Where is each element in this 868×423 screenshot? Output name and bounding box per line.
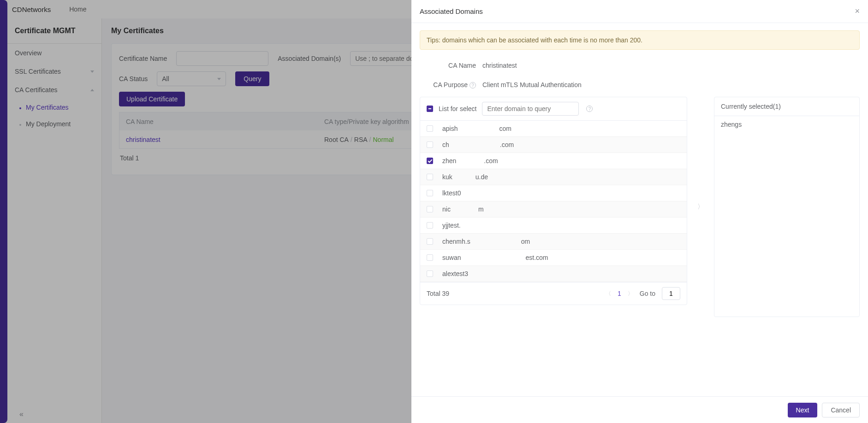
help-icon[interactable]: ? — [470, 82, 476, 88]
domain-row[interactable]: kuku.de — [420, 169, 687, 185]
drawer-header: Associated Domains × — [411, 0, 868, 23]
redacted-text — [461, 223, 488, 229]
domain-checkbox[interactable] — [427, 190, 433, 196]
domain-text: lktest0 — [442, 189, 484, 197]
domain-row[interactable]: alextest3 — [420, 266, 687, 282]
redacted-text — [461, 191, 484, 196]
list-for-select-label: List for select — [439, 105, 476, 112]
domain-text: zhen.com — [442, 157, 498, 164]
domain-checkbox[interactable] — [427, 238, 433, 245]
select-all-checkbox[interactable] — [427, 106, 433, 112]
next-button[interactable]: Next — [788, 403, 818, 417]
redacted-text — [452, 175, 476, 180]
drawer-body: Tips: domains which can be associated wi… — [411, 23, 868, 396]
ca-name-label: CA Name — [420, 62, 476, 69]
domain-text: chenmh.som — [442, 238, 530, 245]
domain-row[interactable]: apishcom — [420, 121, 687, 137]
domain-text: nicm — [442, 206, 484, 213]
drawer-title: Associated Domains — [420, 7, 483, 15]
domain-text: suwanest.com — [442, 254, 548, 261]
domain-text: yjjtest. — [442, 222, 488, 229]
tip-banner: Tips: domains which can be associated wi… — [420, 30, 860, 50]
ca-purpose-value: Client mTLS Mutual Authentication — [482, 81, 582, 88]
cancel-button[interactable]: Cancel — [822, 403, 860, 417]
domain-checkbox[interactable] — [427, 270, 433, 277]
associated-domains-drawer: Associated Domains × Tips: domains which… — [411, 0, 868, 423]
next-page-icon[interactable]: 〉 — [628, 290, 633, 298]
list-total: Total 39 — [427, 290, 449, 297]
help-icon[interactable]: ? — [586, 106, 593, 112]
selected-title: Currently selected(1) — [714, 97, 859, 116]
domain-checkbox[interactable] — [427, 254, 433, 261]
transfer-right-icon[interactable]: 〉 — [696, 201, 706, 213]
redacted-text — [470, 239, 521, 245]
redacted-text — [461, 255, 525, 261]
domain-checkbox[interactable] — [427, 158, 433, 164]
domain-checkbox[interactable] — [427, 174, 433, 180]
domain-search-input[interactable] — [482, 102, 579, 116]
transfer-panel: List for select ? apishcomch.comzhen.com… — [420, 97, 860, 317]
pagination: 〈 1 〉 Go to — [606, 287, 680, 300]
domain-checkbox[interactable] — [427, 125, 433, 132]
selected-item[interactable]: zhengs — [714, 116, 859, 133]
drawer-footer: Next Cancel — [411, 396, 868, 423]
redacted-text — [449, 142, 500, 148]
redacted-text — [742, 122, 769, 127]
goto-page-input[interactable] — [662, 287, 680, 300]
domain-row[interactable]: suwanest.com — [420, 250, 687, 266]
domain-row[interactable]: ch.com — [420, 137, 687, 153]
domain-row[interactable]: nicm — [420, 201, 687, 217]
selected-panel: Currently selected(1) zhengs — [714, 97, 860, 317]
redacted-text — [468, 271, 514, 277]
domain-list-panel: List for select ? apishcomch.comzhen.com… — [420, 97, 687, 305]
page-number[interactable]: 1 — [618, 290, 621, 297]
redacted-text — [456, 159, 484, 164]
domain-checkbox[interactable] — [427, 141, 433, 148]
domain-checkbox[interactable] — [427, 206, 433, 212]
prev-page-icon[interactable]: 〈 — [606, 290, 611, 298]
domain-text: apishcom — [442, 125, 511, 132]
domain-checkbox[interactable] — [427, 222, 433, 229]
close-icon[interactable]: × — [855, 6, 860, 16]
ca-purpose-label: CA Purpose? — [420, 81, 476, 88]
domain-list[interactable]: apishcomch.comzhen.comkuku.delktest0nicm… — [420, 121, 687, 282]
domain-row[interactable]: yjjtest. — [420, 217, 687, 234]
domain-text: ch.com — [442, 141, 514, 148]
domain-row[interactable]: chenmh.som — [420, 234, 687, 250]
goto-label: Go to — [640, 290, 655, 297]
selected-domain-text: zhengs — [721, 121, 742, 128]
redacted-text — [451, 207, 478, 212]
domain-row[interactable]: zhen.com — [420, 153, 687, 169]
domain-text: kuku.de — [442, 173, 488, 181]
domain-text: alextest3 — [442, 270, 514, 277]
redacted-text — [458, 126, 499, 132]
ca-name-value: christinatest — [482, 62, 517, 69]
domain-row[interactable]: lktest0 — [420, 185, 687, 201]
